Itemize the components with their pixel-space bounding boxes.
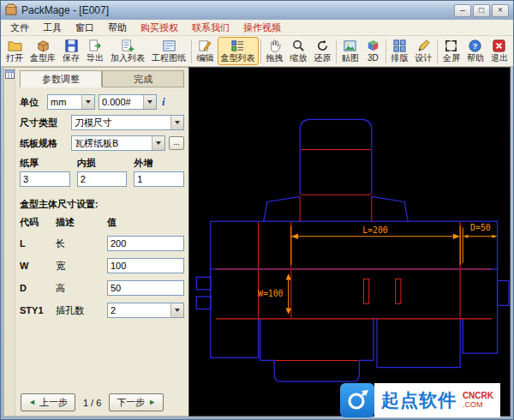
menu-file[interactable]: 文件 [3,20,36,36]
toolbar-button-label: 还原 [314,53,331,63]
paper-thickness-input[interactable]: 3 [20,171,70,187]
panel-grip-icon [5,69,15,79]
toolbar-separator [336,39,337,63]
size-type-select[interactable]: 刀模尺寸 [71,115,184,130]
toolbar: 打开 盒型库 保存 导出 加入列表 工程图纸 编辑 盒型列表 [1,36,513,67]
dimension-table: 代码 描述 值 L 长 200 W 宽 100 D 高 50 STY1 插孔数 … [20,216,184,318]
menu-help[interactable]: 帮助 [101,20,134,36]
toolbar-button-export[interactable]: 导出 [83,37,107,65]
export-icon [88,39,103,53]
tab-finish[interactable]: 完成 [102,70,184,87]
dimension-label-width: W=100 [258,289,284,298]
prev-step-label: 上一步 [39,396,68,409]
column-header-value: 值 [107,216,184,229]
unit-row: 单位 mm 0.000# i [20,94,184,110]
board-spec-select[interactable]: 瓦楞纸板B [71,135,165,151]
minimize-button[interactable]: – [454,4,471,17]
next-step-button[interactable]: 下一步 ► [109,393,164,411]
outer-gain-label: 外增 [134,157,184,170]
toolbar-button-box-list[interactable]: 盒型列表 [218,37,259,65]
thickness-group: 纸厚 内损 外增 3 2 1 [20,157,184,187]
fullscreen-icon [444,39,458,53]
size-type-value: 刀模尺寸 [75,117,170,129]
toolbar-separator [260,39,261,63]
chevron-down-icon [170,116,183,129]
step-indicator: 1 / 6 [83,398,101,408]
toolbar-button-texture[interactable]: 贴图 [338,37,362,65]
magnifier-icon [291,39,306,53]
height-input[interactable]: 50 [107,280,184,296]
width-input[interactable]: 100 [107,258,184,273]
box-list-icon [230,39,245,53]
row-desc-length: 长 [56,237,105,250]
number-format-select[interactable]: 0.000# [99,94,157,110]
toolbar-button-label: 盒型库 [30,53,56,63]
board-spec-row: 纸板规格 瓦楞纸板B ... [20,135,184,151]
toolbar-button-fullscreen[interactable]: 全屏 [439,37,463,65]
menu-buy-license[interactable]: 购买授权 [134,20,185,36]
toolbar-button-engineering-drawing[interactable]: 工程图纸 [148,37,189,65]
toolbar-button-3d[interactable]: 3D [362,37,384,65]
toolbar-button-restore[interactable]: 还原 [310,37,334,65]
restore-view-icon [315,39,330,53]
dieline-canvas[interactable]: L=200 D=50 W=100 [188,67,511,417]
toolbar-button-label: 帮助 [467,53,484,63]
info-icon[interactable]: i [160,95,167,109]
menu-tools[interactable]: 工具 [36,20,69,36]
row-code-W: W [20,261,54,271]
toolbar-button-box-library[interactable]: 盒型库 [27,37,59,65]
row-code-STY1: STY1 [20,305,54,315]
chevron-down-icon [143,95,156,109]
edit-icon [198,39,212,53]
watermark-text: 起点软件 CNCRK .COM [374,383,500,417]
toolbar-button-help[interactable]: ? 帮助 [463,37,487,65]
toolbar-button-label: 全屏 [443,53,460,63]
toolbar-button-edit[interactable]: 编辑 [194,37,218,65]
body: 参数调整 完成 单位 mm 0.000# i 尺寸类型 [1,67,513,419]
titlebar: PackMage - [E007] – □ × [1,1,513,20]
outer-gain-input[interactable]: 1 [134,171,184,187]
toolbar-button-add-to-list[interactable]: 加入列表 [107,37,148,65]
tab-parameter-adjust[interactable]: 参数调整 [20,70,102,87]
inner-loss-input[interactable]: 2 [77,171,128,187]
dimension-label-length: L=200 [362,225,388,235]
slot-count-select[interactable]: 2 [107,303,184,318]
arrow-right-icon: ► [148,399,156,406]
close-button[interactable]: × [492,4,509,17]
watermark: 起点软件 CNCRK .COM [340,383,500,417]
design-pen-icon [416,39,431,53]
menu-tutorial-video[interactable]: 操作视频 [236,20,288,36]
row-desc-height: 高 [56,282,105,295]
toolbar-button-label: 缩放 [290,53,307,63]
row-code-D: D [20,283,54,293]
toolbar-button-save[interactable]: 保存 [59,37,83,65]
maximize-button[interactable]: □ [473,4,490,17]
toolbar-button-drag[interactable]: 拖拽 [262,37,286,65]
toolbar-button-zoom[interactable]: 缩放 [286,37,310,65]
watermark-domain: CNCRK .COM [463,392,493,409]
arrow-left-icon: ◄ [28,399,36,406]
wizard-nav: ◄ 上一步 1 / 6 下一步 ► [20,391,184,414]
sidebar-spacer [20,318,184,391]
qidian-logo-icon [340,383,374,417]
length-input[interactable]: 200 [107,236,184,251]
toolbar-button-design[interactable]: 设计 [411,37,435,65]
unit-select[interactable]: mm [47,94,95,110]
menu-contact-us[interactable]: 联系我们 [185,20,236,36]
toolbar-separator [191,39,192,63]
prev-step-button[interactable]: ◄ 上一步 [21,393,75,411]
column-header-desc: 描述 [56,216,105,229]
menu-window[interactable]: 窗口 [69,20,101,36]
toolbar-button-exit[interactable]: 退出 [487,37,511,65]
toolbar-button-imposition[interactable]: 排版 [387,37,411,65]
save-icon [64,39,79,53]
board-more-button[interactable]: ... [169,136,184,150]
paper-thickness-label: 纸厚 [20,157,70,170]
toolbar-button-label: 贴图 [342,53,359,63]
panel-tabs: 参数调整 完成 [20,70,184,87]
toolbar-button-label: 退出 [491,53,508,63]
window-title: PackMage - [E007] [21,4,450,16]
toolbar-button-label: 盒型列表 [221,53,255,63]
toolbar-button-open[interactable]: 打开 [3,37,27,65]
chevron-down-icon [152,136,164,150]
